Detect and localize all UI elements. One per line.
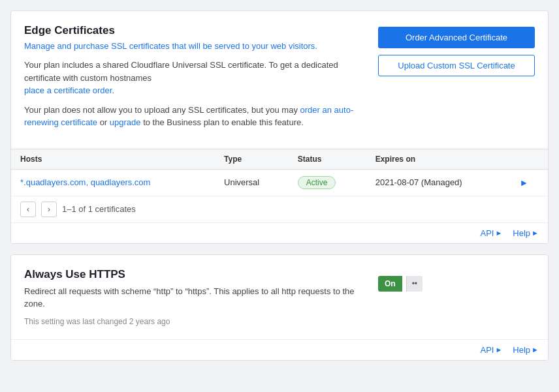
- cell-status: Active: [289, 169, 366, 196]
- para1-text: Your plan includes a shared Cloudflare U…: [24, 60, 338, 83]
- always-https-left: Always Use HTTPS Redirect all requests w…: [24, 268, 378, 326]
- status-badge: Active: [298, 176, 336, 189]
- edge-certificates-body: Edge Certificates Manage and purchase SS…: [11, 11, 548, 149]
- api-link[interactable]: API ►: [481, 228, 503, 238]
- cell-hosts: *.quadlayers.com, quadlayers.com: [11, 169, 215, 196]
- certificates-table-body: *.quadlayers.com, quadlayers.com Univers…: [11, 169, 548, 196]
- upload-custom-ssl-button[interactable]: Upload Custom SSL Certificate: [378, 55, 535, 76]
- always-https-help-arrow-icon: ►: [532, 346, 539, 354]
- certificates-table: Hosts Type Status Expires on *.quadlayer…: [11, 149, 548, 196]
- help-link-text: Help: [513, 228, 530, 238]
- help-link[interactable]: Help ►: [513, 228, 539, 238]
- pagination-row: ‹ › 1–1 of 1 certificates: [11, 196, 548, 222]
- always-https-api-arrow-icon: ►: [495, 346, 502, 354]
- table-row: *.quadlayers.com, quadlayers.com Univers…: [11, 169, 548, 196]
- para2-text: Your plan does not allow you to upload a…: [24, 105, 298, 115]
- always-https-footer: API ► Help ►: [11, 339, 548, 360]
- pagination-prev-button[interactable]: ‹: [20, 202, 36, 217]
- always-https-description: Redirect all requests with scheme “http”…: [24, 285, 362, 310]
- help-arrow-icon: ►: [532, 229, 539, 237]
- table-header-row: Hosts Type Status Expires on: [11, 149, 548, 170]
- toggle-container: On ••: [378, 276, 535, 292]
- always-https-title: Always Use HTTPS: [24, 268, 362, 281]
- order-advanced-certificate-button[interactable]: Order Advanced Certificate: [378, 27, 535, 48]
- edge-certificates-para1: Your plan includes a shared Cloudflare U…: [24, 59, 362, 97]
- edge-certificates-title: Edge Certificates: [24, 24, 362, 37]
- para2-mid: or: [100, 117, 110, 127]
- col-action: [511, 149, 548, 170]
- pagination-next-button[interactable]: ›: [41, 202, 57, 217]
- cell-chevron[interactable]: ►: [511, 169, 548, 196]
- col-hosts: Hosts: [11, 149, 215, 170]
- place-certificate-order-link[interactable]: place a certificate order.: [24, 85, 114, 95]
- para2-end: to the Business plan to enable this feat…: [143, 117, 304, 127]
- col-expires: Expires on: [366, 149, 511, 170]
- pagination-info: 1–1 of 1 certificates: [62, 204, 136, 214]
- last-changed-text: This setting was last changed 2 years ag…: [24, 317, 362, 326]
- always-https-api-text: API: [481, 345, 494, 355]
- edge-certificates-para2: Your plan does not allow you to upload a…: [24, 104, 362, 129]
- edge-certificates-footer: API ► Help ►: [11, 222, 548, 243]
- col-type: Type: [215, 149, 289, 170]
- certificates-table-head: Hosts Type Status Expires on: [11, 149, 548, 170]
- always-https-help-text: Help: [513, 345, 530, 355]
- edge-certificates-right: Order Advanced Certificate Upload Custom…: [378, 24, 535, 136]
- always-https-help-link[interactable]: Help ►: [513, 345, 539, 355]
- always-https-card: Always Use HTTPS Redirect all requests w…: [10, 254, 549, 361]
- api-arrow-icon: ►: [495, 229, 502, 237]
- cell-expires: 2021-08-07 (Managed): [366, 169, 511, 196]
- always-https-right: On ••: [378, 268, 535, 292]
- always-https-body: Always Use HTTPS Redirect all requests w…: [11, 255, 548, 339]
- toggle-settings-button[interactable]: ••: [406, 276, 423, 292]
- edge-certificates-card: Edge Certificates Manage and purchase SS…: [10, 10, 549, 244]
- cell-type: Universal: [215, 169, 289, 196]
- toggle-settings-icon: ••: [412, 279, 417, 288]
- edge-certificates-subtitle: Manage and purchase SSL certificates tha…: [24, 41, 362, 51]
- row-chevron-icon[interactable]: ►: [520, 177, 529, 188]
- always-https-api-link[interactable]: API ►: [481, 345, 503, 355]
- toggle-on-button[interactable]: On: [378, 276, 402, 292]
- edge-certificates-left: Edge Certificates Manage and purchase SS…: [24, 24, 378, 136]
- certificates-table-section: Hosts Type Status Expires on *.quadlayer…: [11, 149, 548, 196]
- upgrade-link[interactable]: upgrade: [110, 117, 141, 127]
- api-link-text: API: [481, 228, 494, 238]
- col-status: Status: [289, 149, 366, 170]
